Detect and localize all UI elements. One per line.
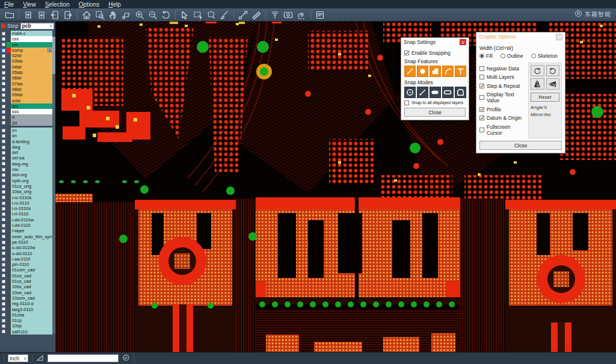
snap-feature-pad-icon[interactable] (430, 66, 441, 77)
zoom-out-icon[interactable] (146, 9, 159, 20)
checkbox-icon[interactable] (479, 66, 484, 71)
filter-icon[interactable] (268, 9, 282, 20)
layer-row-10sp[interactable]: 10sp (0, 323, 55, 329)
layer-visibility-checkbox[interactable] (2, 268, 5, 272)
layer-row-d[interactable]: d (0, 114, 55, 120)
select-arrow-icon[interactable] (178, 9, 191, 20)
apply-circle-icon[interactable] (122, 353, 130, 364)
layer-visibility-checkbox[interactable] (2, 179, 5, 182)
layer-row-07lsb[interactable]: 07lsb (0, 81, 55, 87)
zoom-in-icon[interactable] (133, 9, 146, 20)
layer-row-01ccm_cad[interactable]: 01ccm_cad (0, 267, 55, 273)
layer-row-sm[interactable]: sm (0, 103, 55, 109)
layer-visibility-checkbox[interactable] (2, 235, 5, 238)
layer-row-10ss_cad[interactable]: 10ss_cad (0, 284, 55, 289)
layer-row-rou[interactable]: rou (0, 167, 55, 172)
checkbox-icon[interactable] (479, 128, 484, 132)
layer-row-i-rr-0110[interactable]: i-rr-0110 (0, 212, 55, 217)
checkbox-icon[interactable]: ✓ (479, 107, 484, 112)
flip-h-button[interactable] (531, 78, 544, 90)
layer-visibility-checkbox[interactable] (2, 212, 5, 216)
layer-row-dwg-org[interactable]: dwg-org (0, 161, 55, 167)
layer-visibility-checkbox[interactable] (2, 110, 5, 114)
graphic-close-button[interactable]: Close (479, 141, 562, 150)
snap-mode-edge-icon[interactable] (417, 87, 428, 98)
layer-visibility-checkbox[interactable] (2, 37, 5, 41)
layer-row-npth-org[interactable]: npth-org (0, 178, 55, 184)
layer-row-reg-0110-d[interactable]: reg-0110-d (0, 301, 55, 306)
snap-all-layers-checkbox[interactable]: Snap to all displayed layers (404, 100, 466, 105)
layer-visibility-checkbox[interactable] (2, 162, 5, 165)
zoom-window-icon[interactable] (93, 9, 106, 20)
file-export-icon[interactable] (35, 9, 48, 20)
snap-feature-arc-icon[interactable] (442, 66, 454, 77)
layer-visibility-checkbox[interactable] (2, 168, 5, 171)
layer-visibility-checkbox[interactable] (2, 146, 5, 149)
layer-row-pe-0110[interactable]: pe-0110 (0, 239, 55, 245)
checkbox-icon[interactable] (404, 100, 409, 105)
eye-icon[interactable] (282, 9, 295, 20)
layer-visibility-checkbox[interactable] (2, 274, 5, 277)
measure-icon[interactable] (236, 9, 250, 20)
layer-row-slot-org[interactable]: slot-org (0, 172, 55, 177)
layer-visibility-checkbox[interactable] (2, 263, 5, 267)
layer-visibility-checkbox[interactable] (2, 251, 5, 255)
menu-file[interactable]: File (4, 1, 14, 8)
layer-visibility-checkbox[interactable] (2, 121, 5, 125)
select-rect-icon[interactable] (191, 9, 205, 20)
layer-visibility-checkbox[interactable] (2, 280, 5, 283)
select-poly-icon[interactable] (205, 9, 218, 20)
checkbox-icon[interactable]: ✓ (479, 116, 484, 120)
doc-next-icon[interactable] (61, 9, 75, 20)
layer-row-sn[interactable]: sn (0, 133, 55, 138)
layer-row-01cs_cad[interactable]: 01cs_cad (0, 279, 55, 284)
layer-visibility-checkbox[interactable] (2, 246, 5, 250)
menu-help[interactable]: Help (108, 1, 121, 8)
radio-fill[interactable]: Fill (479, 53, 493, 59)
layer-visibility-checkbox[interactable] (2, 229, 5, 233)
layer-row-d-tenting[interactable]: d-tenting (0, 139, 55, 144)
option-fullscreen-cursor[interactable]: Fullscreen Cursor (479, 124, 526, 136)
snap-feature-line-icon[interactable] (404, 66, 416, 77)
layer-visibility-checkbox[interactable] (2, 82, 5, 85)
layer-visibility-checkbox[interactable] (2, 185, 5, 188)
layer-visibility-checkbox[interactable] (2, 54, 5, 58)
layer-row-i-dd-0110w[interactable]: i-dd-0110w (0, 217, 55, 223)
close-icon[interactable]: x (460, 39, 466, 45)
layer-row-dwg[interactable]: dwg (0, 144, 55, 150)
step-select[interactable]: pcb ∨ (20, 23, 54, 29)
layer-visibility-checkbox[interactable] (2, 285, 5, 289)
zoom-previous-icon[interactable] (159, 9, 173, 20)
option-multi-layers[interactable]: Multi Layers (479, 74, 526, 80)
layer-row-dxf[interactable]: dxf (0, 150, 55, 155)
layer-visibility-checkbox[interactable] (2, 202, 5, 205)
layer-list-scrollbar[interactable] (52, 37, 55, 334)
layer-row-04lst[interactable]: 04lst (0, 64, 55, 70)
menu-view[interactable]: View (23, 1, 36, 8)
file-import-icon[interactable] (22, 9, 35, 20)
snap-mode-contour-icon[interactable] (455, 87, 466, 98)
layer-visibility-checkbox[interactable] (2, 291, 5, 294)
layer-visibility-checkbox[interactable] (2, 76, 5, 80)
layer-visibility-checkbox[interactable] (2, 156, 5, 160)
layer-row-01ce_cad[interactable]: 01ce_cad (0, 273, 55, 279)
layer-visibility-checkbox[interactable] (2, 207, 5, 211)
layer-visibility-checkbox[interactable] (2, 60, 5, 63)
layer-row-08lst[interactable]: 08lst (0, 87, 55, 92)
layer-row-02lst[interactable]: 02lst (0, 53, 55, 58)
layer-row-cm[interactable]: cm (0, 42, 55, 48)
layer-visibility-checkbox[interactable] (2, 49, 5, 52)
flip-v-button[interactable] (546, 78, 560, 90)
layer-row-i-rr-0110s[interactable]: i-rr-0110s (0, 206, 55, 211)
close-icon[interactable] (556, 34, 562, 40)
layer-visibility-checkbox[interactable] (2, 302, 5, 306)
layer-visibility-checkbox[interactable] (2, 319, 5, 322)
layer-visibility-checkbox[interactable] (2, 105, 5, 108)
snap-mode-center-icon[interactable] (404, 87, 416, 98)
layer-visibility-checkbox[interactable] (2, 258, 5, 261)
layer-row-comp[interactable]: comp▣ (0, 48, 55, 53)
layer-row-dxf-ea[interactable]: dxf-ea (0, 156, 55, 161)
checkbox-icon[interactable]: ✓ (404, 51, 409, 55)
snap-icon[interactable] (295, 9, 308, 20)
layer-visibility-checkbox[interactable] (2, 173, 5, 177)
